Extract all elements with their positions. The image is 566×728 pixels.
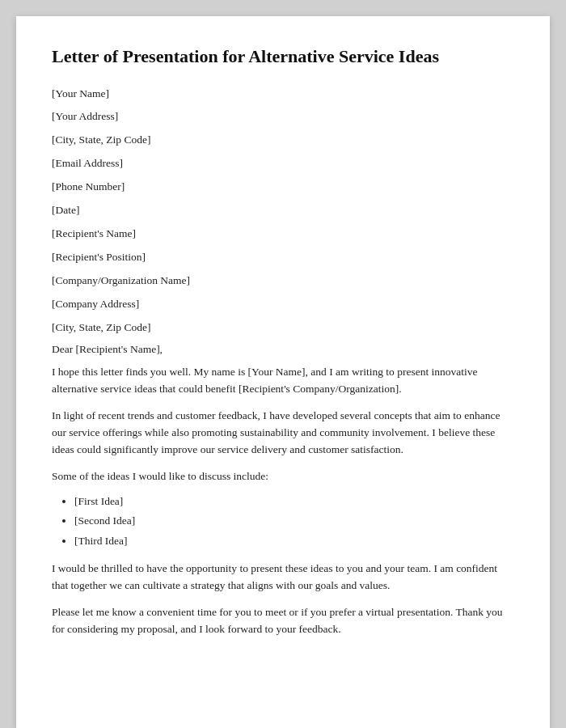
recipient-city-state-zip: [City, State, Zip Code] (52, 320, 514, 336)
date: [Date] (52, 203, 514, 218)
closing-paragraph-2: Please let me know a convenient time for… (52, 604, 514, 638)
sender-email: [Email Address] (52, 156, 514, 171)
closing-paragraph-1: I would be thrilled to have the opportun… (52, 561, 514, 595)
paragraph-1: I hope this letter finds you well. My na… (52, 364, 514, 398)
ideas-list: [First Idea] [Second Idea] [Third Idea] (74, 492, 514, 551)
recipient-address: [Company Address] (52, 297, 514, 312)
ideas-intro: Some of the ideas I would like to discus… (52, 468, 514, 485)
sender-name: [Your Name] (52, 87, 514, 102)
recipient-position: [Recipient's Position] (52, 250, 514, 265)
idea-2: [Second Idea] (74, 511, 514, 531)
sender-phone: [Phone Number] (52, 180, 514, 195)
paragraph-2: In light of recent trends and customer f… (52, 408, 514, 459)
recipient-name: [Recipient's Name] (52, 226, 514, 242)
document-page: Letter of Presentation for Alternative S… (16, 16, 550, 728)
sender-city-state-zip: [City, State, Zip Code] (52, 133, 514, 148)
recipient-company: [Company/Organization Name] (52, 273, 514, 289)
document-title: Letter of Presentation for Alternative S… (52, 45, 514, 69)
idea-3: [Third Idea] (74, 531, 514, 551)
sender-address: [Your Address] (52, 109, 514, 125)
idea-1: [First Idea] (74, 492, 514, 511)
salutation: Dear [Recipient's Name], (52, 343, 514, 356)
